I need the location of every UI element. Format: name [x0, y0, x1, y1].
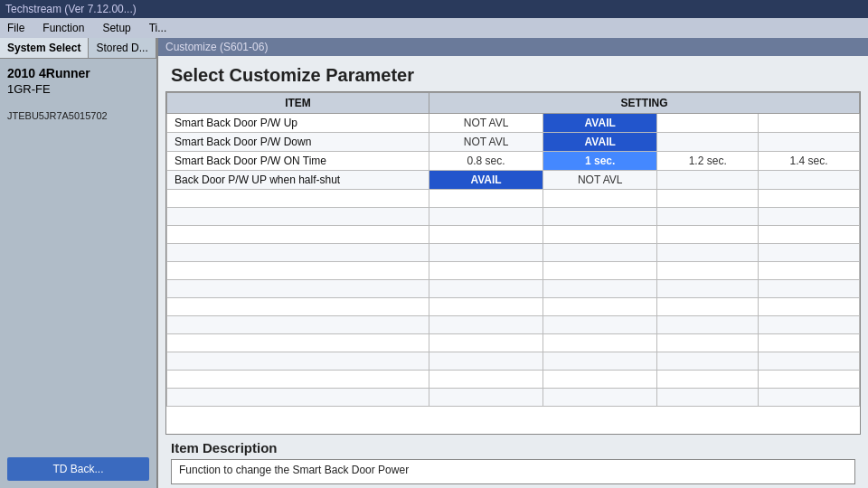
menu-function[interactable]: Function — [39, 22, 88, 34]
table-row-empty — [167, 244, 860, 262]
table-row-empty — [167, 208, 860, 226]
content-title-label: Customize (S601-06) — [165, 41, 268, 53]
item-description-section: Item Description Function to change the … — [158, 435, 868, 488]
item-description-text: Function to change the Smart Back Door P… — [171, 459, 855, 484]
table-cell-setting: NOT AVL — [429, 133, 543, 152]
table-cell-setting — [657, 114, 759, 133]
content-area: Customize (S601-06) Select Customize Par… — [158, 38, 868, 488]
title-bar: Techstream (Ver 7.12.00...) — [0, 0, 868, 18]
table-row-empty — [167, 334, 860, 352]
table-cell-setting: 1.4 sec. — [759, 152, 860, 171]
table-row-empty — [167, 389, 860, 407]
col-header-setting: SETTING — [429, 93, 860, 114]
table-cell-item: Smart Back Door P/W Up — [167, 114, 429, 133]
back-button[interactable]: TD Back... — [7, 457, 149, 481]
sidebar-tab-stored-data[interactable]: Stored D... — [89, 38, 156, 58]
vehicle-vin: JTEBU5JR7A5015702 — [7, 110, 149, 121]
customize-table: ITEM SETTING Smart Back Door P/W UpNOT A… — [166, 92, 860, 407]
table-cell-setting[interactable]: 1 sec. — [543, 152, 657, 171]
table-row[interactable]: Smart Back Door P/W DownNOT AVLAVAIL — [167, 133, 860, 152]
table-row[interactable]: Smart Back Door P/W UpNOT AVLAVAIL — [167, 114, 860, 133]
item-description-title: Item Description — [171, 440, 855, 455]
sidebar-tab-system-select[interactable]: System Select — [0, 38, 89, 58]
table-row-empty — [167, 316, 860, 334]
table-cell-setting: 0.8 sec. — [429, 152, 543, 171]
table-row-empty — [167, 226, 860, 244]
menu-ti[interactable]: Ti... — [146, 22, 171, 34]
table-cell-setting[interactable]: AVAIL — [543, 114, 657, 133]
vehicle-model: 1GR-FE — [7, 82, 149, 96]
table-row[interactable]: Back Door P/W UP when half-shutAVAILNOT … — [167, 171, 860, 190]
table-row-empty — [167, 190, 860, 208]
sidebar-tabs: System Select Stored D... — [0, 38, 156, 59]
table-cell-setting — [759, 171, 860, 190]
main-layout: System Select Stored D... 2010 4Runner 1… — [0, 38, 868, 488]
table-cell-setting — [759, 114, 860, 133]
table-cell-setting — [759, 133, 860, 152]
table-cell-setting[interactable]: AVAIL — [429, 171, 543, 190]
table-cell-item: Smart Back Door P/W ON Time — [167, 152, 429, 171]
table-row-empty — [167, 262, 860, 280]
content-header: Select Customize Parameter — [158, 56, 868, 91]
table-row[interactable]: Smart Back Door P/W ON Time0.8 sec.1 sec… — [167, 152, 860, 171]
table-row-empty — [167, 371, 860, 389]
menu-file[interactable]: File — [4, 22, 28, 34]
customize-table-container[interactable]: ITEM SETTING Smart Back Door P/W UpNOT A… — [165, 91, 861, 435]
menu-setup[interactable]: Setup — [99, 22, 134, 34]
table-cell-setting: NOT AVL — [543, 171, 657, 190]
table-cell-item: Back Door P/W UP when half-shut — [167, 171, 429, 190]
table-row-empty — [167, 280, 860, 298]
sidebar: System Select Stored D... 2010 4Runner 1… — [0, 38, 158, 488]
table-cell-setting: NOT AVL — [429, 114, 543, 133]
title-bar-label: Techstream (Ver 7.12.00...) — [5, 3, 137, 15]
table-row-empty — [167, 298, 860, 316]
table-cell-setting: 1.2 sec. — [657, 152, 759, 171]
sidebar-info: 2010 4Runner 1GR-FE JTEBU5JR7A5015702 — [0, 59, 156, 450]
table-cell-item: Smart Back Door P/W Down — [167, 133, 429, 152]
table-cell-setting — [657, 133, 759, 152]
table-cell-setting[interactable]: AVAIL — [543, 133, 657, 152]
table-cell-setting — [657, 171, 759, 190]
content-title-bar: Customize (S601-06) — [158, 38, 868, 56]
menu-bar: File Function Setup Ti... — [0, 18, 868, 38]
col-header-item: ITEM — [167, 93, 429, 114]
sidebar-bottom: TD Back... — [0, 450, 156, 488]
table-row-empty — [167, 352, 860, 371]
vehicle-name: 2010 4Runner — [7, 66, 149, 80]
